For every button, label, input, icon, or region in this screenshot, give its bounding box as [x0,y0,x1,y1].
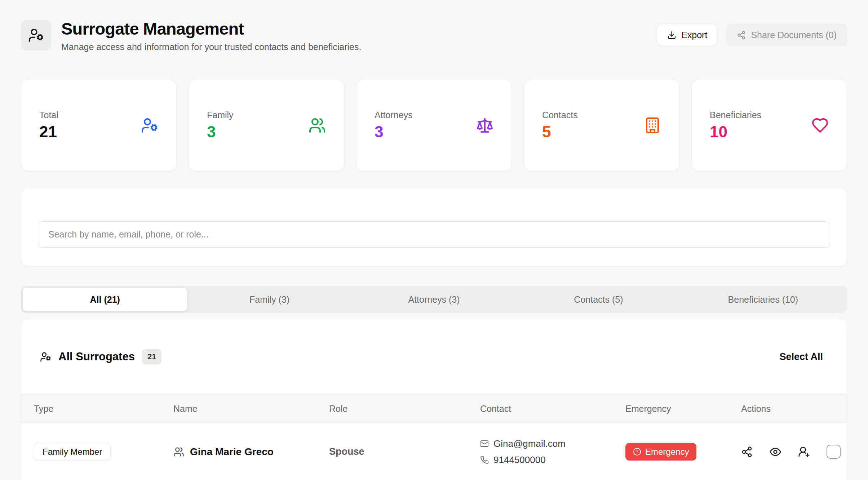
stat-card-beneficiaries: Beneficiaries 10 [691,80,847,171]
email-line: Gina@gmail.com [480,438,625,449]
name-cell: Gina Marie Greco [173,446,329,458]
contact-cell: Gina@gmail.com 9144500000 [480,438,625,466]
surrogate-name: Gina Marie Greco [190,446,274,458]
stat-card-total: Total 21 [21,80,177,171]
stat-texts: Attorneys 3 [375,110,413,141]
eye-icon [769,446,781,458]
share-icon [737,31,746,40]
table-header-row: Type Name Role Contact Emergency Actions [21,394,847,423]
users-icon [173,446,184,457]
stat-value: 21 [39,123,58,141]
tab-all[interactable]: All (21) [23,288,187,311]
phone-line: 9144500000 [480,454,625,466]
email-text: Gina@gmail.com [493,438,566,449]
tab-contacts[interactable]: Contacts (5) [516,288,681,311]
filter-tabs: All (21) Family (3) Attorneys (3) Contac… [21,286,847,313]
tab-beneficiaries[interactable]: Beneficiaries (10) [681,288,845,311]
stat-value: 3 [375,123,413,141]
emergency-badge: Emergency [625,443,696,461]
phone-icon [480,455,489,464]
stat-texts: Total 21 [39,110,58,141]
column-header-emergency: Emergency [625,404,741,414]
stat-card-attorneys: Attorneys 3 [356,80,512,171]
page-header: Surrogate Management Manage access and i… [21,20,847,52]
stat-value: 3 [207,123,234,141]
title-block: Surrogate Management Manage access and i… [21,20,361,52]
row-checkbox[interactable] [827,445,841,459]
stat-value: 5 [542,123,578,141]
table-row: Family Member Gina Marie Greco Spouse Gi… [21,423,847,480]
add-user-button[interactable] [798,446,810,458]
table-head: All Surrogates 21 Select All [21,319,847,394]
tab-attorneys[interactable]: Attorneys (3) [352,288,516,311]
download-icon [667,31,676,40]
user-plus-icon [798,446,810,458]
stat-cards: Total 21 Family 3 Attorneys 3 [21,80,847,171]
column-header-name: Name [173,404,329,414]
export-label: Export [681,30,707,40]
search-input[interactable] [38,221,830,248]
export-button[interactable]: Export [657,24,718,46]
emergency-cell: Emergency [625,443,741,461]
share-row-button[interactable] [741,446,753,458]
surrogates-table-card: All Surrogates 21 Select All Type Name R… [21,319,847,480]
page-subtitle: Manage access and information for your t… [61,42,361,52]
stat-label: Contacts [542,110,578,120]
share-documents-button[interactable]: Share Documents (0) [726,24,847,46]
stat-label: Attorneys [375,110,413,120]
stat-label: Family [207,110,234,120]
stat-card-contacts: Contacts 5 [524,80,679,171]
type-badge: Family Member [34,443,111,461]
alert-circle-icon [633,448,641,456]
share-documents-label: Share Documents (0) [751,30,837,40]
search-panel [21,188,847,267]
table-title-wrap: All Surrogates 21 [40,349,161,364]
share-icon [741,446,753,458]
page-title: Surrogate Management [61,20,361,37]
count-badge: 21 [142,349,161,364]
topbar-actions: Export Share Documents (0) [657,24,847,46]
stat-value: 10 [710,123,761,141]
tab-family[interactable]: Family (3) [187,288,351,311]
column-header-type: Type [34,404,173,414]
user-cog-icon [141,117,158,134]
select-all-button[interactable]: Select All [779,351,823,363]
table-title: All Surrogates [58,350,135,363]
stat-texts: Contacts 5 [542,110,578,141]
stat-texts: Beneficiaries 10 [710,110,761,141]
title-texts: Surrogate Management Manage access and i… [61,20,361,52]
column-header-actions: Actions [741,404,838,414]
stat-label: Beneficiaries [710,110,761,120]
type-cell: Family Member [34,443,173,461]
scale-icon [476,117,493,134]
surrogate-management-page: Surrogate Management Manage access and i… [0,20,868,480]
heart-icon [811,117,829,134]
actions-cell [741,445,841,459]
emergency-label: Emergency [645,447,689,457]
column-header-contact: Contact [480,404,625,414]
view-row-button[interactable] [769,446,781,458]
phone-text: 9144500000 [493,454,546,466]
users-icon [309,117,326,134]
user-cog-icon [40,351,51,363]
building-icon [644,117,661,134]
role-cell: Spouse [329,446,480,457]
mail-icon [480,439,489,448]
user-cog-icon [21,20,51,50]
stat-texts: Family 3 [207,110,234,141]
stat-card-family: Family 3 [189,80,344,171]
stat-label: Total [39,110,58,120]
column-header-role: Role [329,404,480,414]
